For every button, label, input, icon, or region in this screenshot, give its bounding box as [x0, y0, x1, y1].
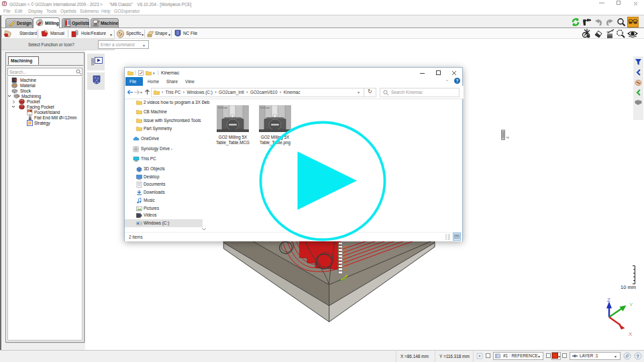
svg-text:GO2cam: GO2cam [218, 107, 227, 109]
svg-text:?: ? [637, 354, 639, 359]
svg-text:X: X [629, 331, 633, 337]
svg-text:Y: Y [629, 302, 633, 308]
svg-text:Z: Z [607, 297, 610, 303]
svg-text:10 mm: 10 mm [621, 284, 636, 290]
svg-text:GO2cam: GO2cam [260, 107, 270, 109]
